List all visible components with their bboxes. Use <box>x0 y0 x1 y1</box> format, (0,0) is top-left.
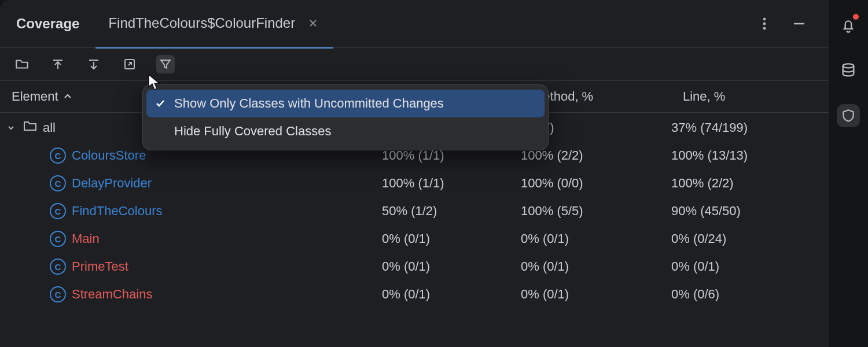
table-row[interactable]: C Main 0% (0/1) 0% (0/1) 0% (0/24) <box>0 225 829 253</box>
class-icon: C <box>50 175 66 191</box>
coverage-toolbar <box>0 48 829 80</box>
notifications-icon[interactable] <box>837 14 860 37</box>
filter-icon[interactable] <box>156 55 175 73</box>
table-row[interactable]: C StreamChains 0% (0/1) 0% (0/1) 0% (0/6… <box>0 280 829 308</box>
svg-point-0 <box>763 18 766 20</box>
line-pct: 37% (74/199) <box>671 120 829 135</box>
class-pct: 100% (1/1) <box>382 176 521 191</box>
table-row[interactable]: C FindTheColours 50% (1/2) 100% (5/5) 90… <box>0 197 829 225</box>
navigate-down-icon[interactable] <box>84 55 103 73</box>
element-name: StreamChains <box>72 287 152 302</box>
method-pct: 0% (0/1) <box>521 231 671 246</box>
element-name: DelayProvider <box>72 176 152 191</box>
svg-point-1 <box>763 23 766 25</box>
element-name: Main <box>72 231 100 246</box>
method-pct: 0% (0/1) <box>521 259 671 274</box>
table-row[interactable]: C PrimeTest 0% (0/1) 0% (0/1) 0% (0/1) <box>0 253 829 280</box>
class-icon: C <box>50 147 66 164</box>
class-icon: C <box>50 259 66 275</box>
line-pct: 0% (0/1) <box>671 259 829 274</box>
line-pct: 90% (45/50) <box>671 204 829 219</box>
line-pct: 0% (0/24) <box>671 231 829 246</box>
close-tab-icon[interactable] <box>306 16 321 31</box>
column-line-header[interactable]: Line, % <box>671 89 829 104</box>
panel-title: Coverage <box>0 16 95 32</box>
line-pct: 0% (0/6) <box>671 287 829 302</box>
line-pct: 100% (13/13) <box>671 148 829 163</box>
titlebar: Coverage FindTheColours$ColourFinder <box>0 0 829 48</box>
class-pct: 0% (0/1) <box>382 231 521 246</box>
table-row[interactable]: C DelayProvider 100% (1/1) 100% (0/0) 10… <box>0 169 829 197</box>
menu-hide-covered[interactable]: Hide Fully Covered Classes <box>146 117 545 145</box>
right-sidebar <box>829 0 868 347</box>
coverage-run-tab[interactable]: FindTheColours$ColourFinder <box>95 0 333 49</box>
minimize-icon[interactable] <box>790 15 808 32</box>
notification-dot <box>853 14 859 20</box>
element-name: all <box>43 120 56 135</box>
class-icon: C <box>50 231 66 247</box>
element-name: PrimeTest <box>72 259 128 274</box>
filter-dropdown: Show Only Classes with Uncommitted Chang… <box>142 84 549 150</box>
svg-point-2 <box>763 27 766 29</box>
tab-label: FindTheColours$ColourFinder <box>108 15 295 31</box>
class-pct: 50% (1/2) <box>382 204 521 219</box>
class-icon: C <box>50 286 66 302</box>
flatten-packages-icon[interactable] <box>13 55 31 73</box>
class-pct: 0% (0/1) <box>382 287 521 302</box>
more-options-icon[interactable] <box>756 15 773 32</box>
folder-icon <box>23 120 37 135</box>
method-pct: 100% (5/5) <box>521 204 671 219</box>
export-report-icon[interactable] <box>120 55 139 73</box>
method-pct: 0% (0/1) <box>521 287 671 302</box>
shield-icon[interactable] <box>837 104 860 127</box>
class-pct: 0% (0/1) <box>382 259 521 274</box>
element-name: FindTheColours <box>72 204 163 219</box>
database-icon[interactable] <box>837 59 860 82</box>
menu-label: Show Only Classes with Uncommitted Chang… <box>174 96 444 111</box>
element-name: ColoursStore <box>72 148 146 163</box>
method-pct: 100% (0/0) <box>521 176 671 191</box>
check-icon <box>155 98 166 109</box>
menu-label: Hide Fully Covered Classes <box>174 124 331 139</box>
method-pct: 100% (2/2) <box>521 148 671 163</box>
line-pct: 100% (2/2) <box>671 176 829 191</box>
navigate-up-icon[interactable] <box>49 55 67 73</box>
class-icon: C <box>50 203 66 219</box>
menu-show-uncommitted[interactable]: Show Only Classes with Uncommitted Chang… <box>146 90 545 117</box>
svg-point-4 <box>843 64 854 68</box>
chevron-down-icon[interactable] <box>5 123 17 132</box>
